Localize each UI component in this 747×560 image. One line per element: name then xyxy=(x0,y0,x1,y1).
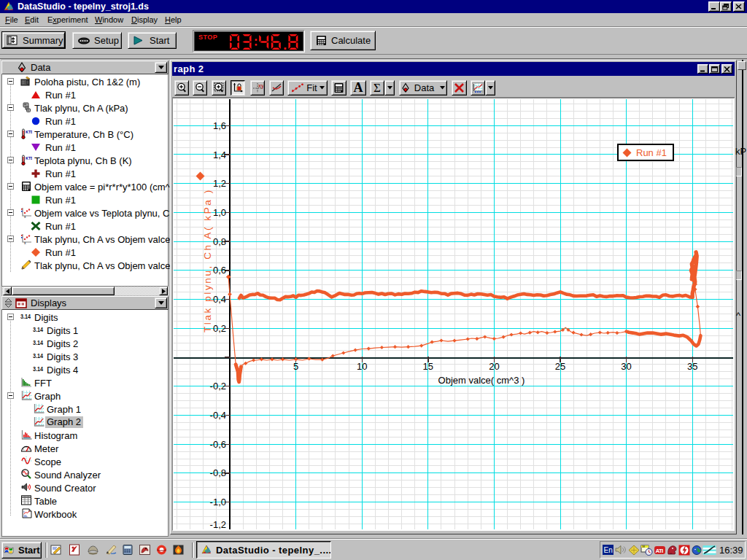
svg-text:5: 5 xyxy=(293,361,298,372)
svg-text:30: 30 xyxy=(621,361,631,372)
svg-text:1,4: 1,4 xyxy=(213,149,226,160)
svg-text:3.14: 3.14 xyxy=(20,313,31,320)
svg-text:0,4: 0,4 xyxy=(213,294,226,305)
svg-text:-1,0: -1,0 xyxy=(210,497,226,508)
svg-text:20: 20 xyxy=(489,361,499,372)
svg-text:25: 25 xyxy=(555,361,565,372)
svg-text:En: En xyxy=(604,546,613,554)
svg-text:0,2: 0,2 xyxy=(213,323,226,334)
svg-text:15: 15 xyxy=(423,361,433,372)
svg-text:3.14: 3.14 xyxy=(33,339,43,346)
svg-text:3.14: 3.14 xyxy=(33,352,43,359)
svg-text:-0,2: -0,2 xyxy=(210,381,226,392)
svg-text:KTD: KTD xyxy=(26,156,32,160)
svg-text:Tlak plynu, Ch A( kPa ): Tlak plynu, Ch A( kPa ) xyxy=(202,188,213,332)
svg-text:-0,4: -0,4 xyxy=(210,410,226,421)
svg-text:3.14: 3.14 xyxy=(33,326,43,333)
svg-text:-1,2: -1,2 xyxy=(210,519,226,530)
svg-text:-0,6: -0,6 xyxy=(210,439,226,450)
svg-text:0,6: 0,6 xyxy=(213,265,226,276)
svg-text:ATI: ATI xyxy=(656,548,663,554)
svg-text:1,6: 1,6 xyxy=(213,120,226,131)
svg-text:38: 38 xyxy=(642,545,645,548)
svg-text:Objem valce( cm^3 ): Objem valce( cm^3 ) xyxy=(438,375,525,386)
svg-text:-0,8: -0,8 xyxy=(210,467,226,478)
svg-text:3.14: 3.14 xyxy=(33,365,43,373)
svg-text:KTD: KTD xyxy=(26,130,32,134)
svg-text:0,8: 0,8 xyxy=(213,236,226,247)
svg-text:1,0: 1,0 xyxy=(213,207,226,218)
svg-text:1,2: 1,2 xyxy=(213,178,226,189)
svg-text:10: 10 xyxy=(357,361,367,372)
svg-text:xy: xy xyxy=(258,83,263,89)
svg-text:35: 35 xyxy=(687,361,697,372)
